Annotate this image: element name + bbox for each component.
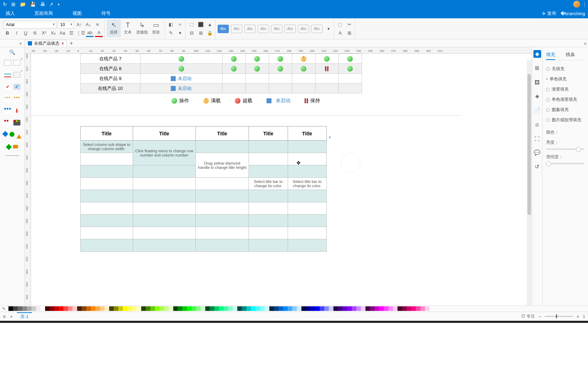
page-tab[interactable]: 页-1 — [17, 312, 32, 320]
shape-preset-2[interactable]: Abc — [231, 25, 242, 33]
panel-collapse-icon[interactable]: « — [0, 41, 25, 46]
color-swatch[interactable] — [40, 306, 45, 311]
bold-icon[interactable]: B — [4, 29, 11, 37]
color-swatch[interactable] — [50, 306, 54, 311]
fullscreen-icon[interactable]: ⛶ — [533, 135, 541, 142]
tab-fill[interactable]: 填充 — [546, 50, 555, 60]
color-swatch[interactable] — [118, 306, 123, 311]
preset-more-icon[interactable]: ▾ — [325, 25, 332, 33]
color-swatch[interactable] — [105, 306, 109, 311]
focus-mode-button[interactable]: ⊡专注 — [521, 313, 535, 319]
fill-pattern[interactable]: 图案填充 — [546, 105, 584, 115]
color-swatch[interactable] — [137, 306, 141, 311]
color-swatch[interactable] — [164, 306, 169, 311]
color-swatch[interactable] — [100, 306, 105, 311]
publish-button[interactable]: ✈发布 — [542, 10, 556, 17]
selection-handle-icon[interactable]: ≡ — [329, 135, 331, 139]
color-swatch[interactable] — [274, 306, 279, 311]
highlight-icon[interactable]: ab — [86, 29, 94, 37]
color-swatch[interactable] — [82, 306, 86, 311]
italic-icon[interactable]: I — [13, 29, 20, 37]
color-swatch[interactable] — [315, 306, 320, 311]
color-swatch[interactable] — [91, 306, 95, 311]
color-swatch[interactable] — [18, 306, 22, 311]
shape-check-red[interactable]: ✔ — [4, 84, 11, 90]
color-swatch[interactable] — [398, 306, 402, 311]
color-swatch[interactable] — [187, 306, 192, 311]
shape-preset-4[interactable]: Abc — [258, 25, 269, 33]
color-swatch[interactable] — [123, 306, 127, 311]
color-swatch[interactable] — [333, 306, 338, 311]
color-swatch[interactable] — [407, 306, 411, 311]
color-swatch[interactable] — [297, 306, 301, 311]
distribute-icon[interactable]: ⊞ — [197, 29, 205, 37]
tool-connector[interactable]: ↳连接线 — [135, 19, 149, 37]
color-swatch[interactable] — [36, 306, 40, 311]
close-icon[interactable]: × — [21, 69, 23, 73]
shape-diamond-green[interactable] — [6, 144, 12, 150]
shape-diamond-blue[interactable] — [2, 131, 8, 137]
case-icon[interactable]: Aa — [58, 29, 66, 37]
align-icon[interactable]: ≡ — [94, 21, 101, 29]
crop-icon[interactable]: ✂ — [345, 21, 353, 29]
fill-solid[interactable]: •单色填充 — [546, 74, 584, 84]
color-swatch[interactable] — [77, 306, 82, 311]
color-swatch[interactable] — [420, 306, 425, 311]
shape-traffic[interactable] — [13, 120, 20, 125]
color-swatch[interactable] — [54, 306, 59, 311]
font-grow-icon[interactable]: A↑ — [75, 21, 83, 29]
color-swatch[interactable] — [343, 306, 347, 311]
color-swatch[interactable] — [210, 306, 214, 311]
color-swatch[interactable] — [155, 306, 159, 311]
color-swatch[interactable] — [22, 306, 27, 311]
fill-image[interactable]: 图片或纹理填充 — [546, 115, 584, 125]
color-swatch[interactable] — [320, 306, 324, 311]
title-header[interactable]: Title — [249, 127, 288, 141]
panel-expand-icon[interactable]: » — [584, 41, 587, 46]
color-swatch[interactable] — [288, 306, 292, 311]
color-swatch[interactable] — [68, 306, 73, 311]
color-swatch[interactable] — [228, 306, 233, 311]
shape-harvey[interactable] — [4, 108, 11, 114]
new-icon[interactable]: ⊞ — [11, 1, 15, 7]
shape-preset-1[interactable]: Abc — [218, 25, 229, 33]
menu-layout[interactable]: 页面布局 — [32, 9, 56, 18]
color-swatch[interactable] — [219, 306, 224, 311]
title-header[interactable]: Title — [81, 127, 133, 141]
font-shrink-icon[interactable]: A↓ — [85, 21, 92, 29]
shape-grid[interactable] — [13, 72, 20, 78]
shape-tri-orange[interactable] — [17, 132, 21, 139]
color-swatch[interactable] — [201, 306, 205, 311]
color-swatch[interactable] — [283, 306, 288, 311]
color-swatch[interactable] — [347, 306, 352, 311]
color-swatch[interactable] — [279, 306, 283, 311]
list-icon[interactable]: ☰ — [68, 29, 75, 37]
tool-text[interactable]: T文本 — [121, 19, 135, 37]
color-swatch[interactable] — [173, 306, 178, 311]
color-swatch[interactable] — [411, 306, 416, 311]
page-menu-icon[interactable]: ≡ — [3, 314, 6, 319]
color-swatch[interactable] — [95, 306, 100, 311]
color-swatch[interactable] — [425, 306, 430, 311]
superscript-icon[interactable]: X² — [40, 29, 48, 37]
color-swatch[interactable] — [45, 306, 50, 311]
color-swatch[interactable] — [242, 306, 246, 311]
font-color-icon[interactable]: A — [95, 29, 103, 37]
fill-panel-icon[interactable]: ◆ — [533, 50, 541, 58]
line-style-icon[interactable]: ≈ — [176, 21, 184, 29]
color-swatch[interactable] — [416, 306, 420, 311]
font-select[interactable]: Arial — [4, 21, 56, 29]
color-swatch[interactable] — [352, 306, 356, 311]
menu-view[interactable]: 视图 — [70, 9, 85, 18]
shape-preset-7[interactable]: Abc — [298, 25, 309, 33]
color-swatch[interactable] — [269, 306, 274, 311]
color-swatch[interactable] — [361, 306, 365, 311]
save-icon[interactable]: 💾 — [30, 1, 36, 7]
fill-none[interactable]: 无填充 — [546, 64, 584, 74]
color-swatch[interactable] — [292, 306, 297, 311]
lock-icon[interactable]: 🔒 — [206, 29, 214, 37]
strike-icon[interactable]: S — [31, 29, 39, 37]
grid-panel-icon[interactable]: ⊞ — [533, 64, 541, 72]
color-swatch[interactable] — [365, 306, 370, 311]
color-swatch[interactable] — [86, 306, 91, 311]
